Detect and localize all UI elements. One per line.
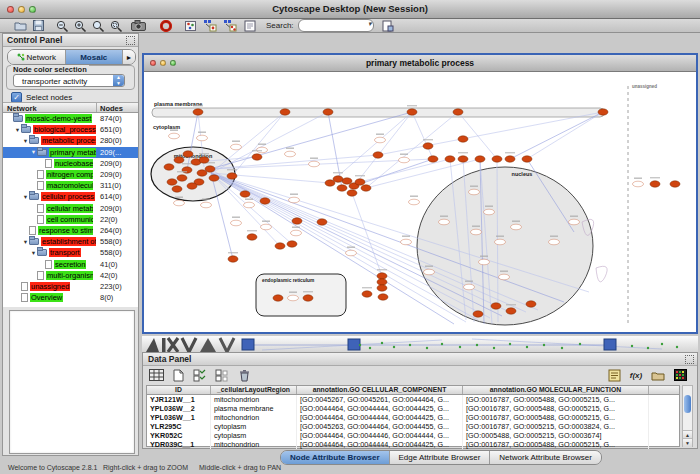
graph-node[interactable] [164, 164, 174, 170]
expression-matrix-icon[interactable] [671, 368, 689, 383]
column-header[interactable]: annotation.GO MOLECULAR_FUNCTION [463, 386, 649, 394]
graph-node[interactable] [347, 190, 357, 196]
column-header[interactable]: ID [147, 386, 211, 394]
column-header[interactable]: _cellularLayoutRegion [211, 386, 297, 394]
graph-node[interactable] [407, 109, 417, 115]
annotation-icon[interactable] [244, 19, 256, 32]
expand-arrow-icon[interactable]: ▼ [22, 194, 29, 200]
graph-node[interactable] [377, 279, 387, 285]
tree-row[interactable]: ▼biological_process651(0) [3, 124, 138, 135]
graph-node[interactable] [227, 173, 237, 179]
create-attribute-icon[interactable] [169, 368, 187, 383]
graph-node[interactable] [458, 136, 468, 142]
column-header[interactable]: annotation.GO CELLULAR_COMPONENT [297, 386, 463, 394]
graph-node[interactable] [492, 156, 502, 162]
graph-node[interactable] [491, 303, 501, 309]
tree-row[interactable]: nucleobase-209(0) [3, 158, 138, 169]
graph-node[interactable] [205, 166, 215, 172]
graph-node[interactable] [428, 156, 438, 162]
network-canvas[interactable]: plasma membrane cytoplasm mitochondrion … [144, 72, 696, 332]
graph-node[interactable] [172, 186, 182, 192]
graph-node[interactable] [423, 143, 433, 149]
graph-node[interactable] [287, 241, 297, 247]
unselect-attributes-icon[interactable] [213, 368, 231, 383]
tree-row[interactable]: multi-organism pro42(0) [3, 270, 138, 281]
graph-node[interactable] [342, 178, 352, 184]
import-edge-attributes-icon[interactable] [223, 19, 237, 32]
graph-node[interactable] [174, 157, 184, 163]
zoom-in-icon[interactable] [74, 19, 87, 32]
graph-node[interactable] [598, 109, 608, 115]
graph-node[interactable] [458, 156, 468, 162]
tree-row[interactable]: unassigned223(0) [3, 281, 138, 292]
graph-node[interactable] [445, 156, 455, 162]
graph-node[interactable] [193, 109, 203, 115]
graph-node[interactable] [303, 295, 313, 301]
graph-node[interactable] [247, 234, 257, 240]
graph-node[interactable] [377, 273, 387, 279]
graph-node[interactable] [506, 308, 516, 314]
table-row[interactable]: YJR121W__1mitochondrion[GO:0045267, GO:0… [147, 395, 679, 404]
tab-network[interactable]: Network [8, 50, 66, 64]
graph-node[interactable] [355, 179, 365, 185]
graph-node[interactable] [373, 152, 383, 158]
graph-node[interactable] [273, 295, 283, 301]
tree-row[interactable]: ▼transport558(0) [3, 247, 138, 258]
birdseye-view[interactable] [9, 310, 135, 454]
tree-row[interactable]: cell communicat22(0) [3, 214, 138, 225]
import-network-icon[interactable] [184, 19, 197, 32]
expand-arrow-icon[interactable]: ▼ [22, 239, 29, 245]
tree-row[interactable]: Overview8(0) [3, 292, 138, 303]
graph-node[interactable] [670, 181, 680, 187]
open-folder-icon[interactable] [14, 19, 27, 32]
select-attributes-icon[interactable] [191, 368, 209, 383]
float-panel-icon[interactable] [685, 355, 694, 364]
scroll-down-icon[interactable]: ▼ [683, 438, 692, 447]
tree-row[interactable]: nitrogen compo209(0) [3, 169, 138, 180]
graph-node[interactable] [378, 294, 388, 300]
zoom-selected-region-icon[interactable] [92, 19, 105, 32]
graph-node[interactable] [453, 109, 463, 115]
graph-node[interactable] [167, 179, 177, 185]
graph-node[interactable] [323, 109, 333, 115]
expand-arrow-icon[interactable]: ▼ [30, 149, 37, 155]
zoom-out-icon[interactable] [56, 19, 69, 32]
save-icon[interactable] [33, 19, 44, 32]
graph-node[interactable] [228, 256, 238, 262]
tree-row[interactable]: ▼cellular process614(0) [3, 191, 138, 202]
tab-mosaic[interactable]: Mosaic [66, 50, 124, 64]
tree-row[interactable]: cellular metabo209(0) [3, 203, 138, 214]
graph-node[interactable] [361, 185, 371, 191]
delete-attribute-icon[interactable] [235, 368, 253, 383]
expand-arrow-icon[interactable]: ▼ [14, 127, 21, 133]
graph-node[interactable] [275, 243, 285, 249]
tree-row[interactable]: mosaic-demo-yeast874(0) [3, 113, 138, 124]
graph-node[interactable] [650, 181, 660, 187]
tab-scroll-arrow-icon[interactable]: ► [123, 50, 135, 64]
graph-node[interactable] [252, 154, 262, 160]
network-view-titlebar[interactable]: primary metabolic process [144, 55, 696, 72]
table-row[interactable]: YDR039C__1mitochondrion[GO:0044464, GO:0… [147, 440, 679, 449]
tree-row[interactable]: ▼metabolic process280(0) [3, 135, 138, 146]
graph-node[interactable] [240, 191, 250, 197]
function-builder-icon[interactable]: f(x) [627, 368, 645, 383]
tree-row[interactable]: ▼primary metabo209(... [3, 147, 138, 158]
import-attributes-icon[interactable] [649, 368, 667, 383]
graph-node[interactable] [209, 175, 219, 181]
graph-node[interactable] [292, 218, 302, 224]
help-ring-icon[interactable] [160, 19, 172, 32]
tree-row[interactable]: macromolecule311(0) [3, 180, 138, 191]
graph-node[interactable] [377, 285, 387, 291]
zoom-fit-icon[interactable] [110, 19, 123, 32]
graph-node[interactable] [526, 301, 536, 307]
tree-row[interactable]: secretion41(0) [3, 258, 138, 269]
graph-node[interactable] [177, 175, 187, 181]
graph-node[interactable] [362, 291, 372, 297]
graph-node[interactable] [280, 109, 290, 115]
float-panel-icon[interactable] [126, 36, 135, 45]
scrollbar-thumb[interactable] [684, 395, 691, 413]
graph-node[interactable] [187, 183, 197, 189]
table-row[interactable]: YPL036W__1mitochondrion[GO:0044464, GO:0… [147, 413, 679, 422]
attribute-editor-icon[interactable] [605, 368, 623, 383]
attribute-selector-icon[interactable] [147, 368, 165, 383]
